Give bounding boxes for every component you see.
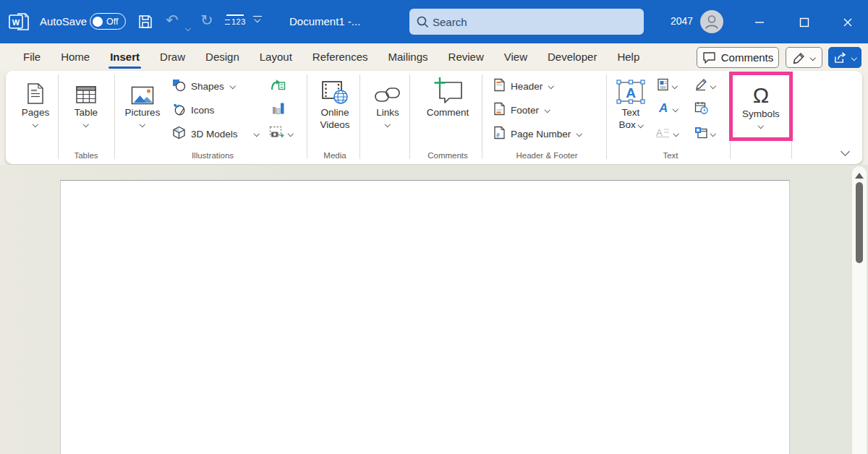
tab-layout[interactable]: Layout bbox=[250, 43, 302, 71]
minimize-icon bbox=[754, 17, 765, 28]
cube-icon bbox=[172, 126, 186, 142]
signature-line-button[interactable] bbox=[694, 78, 715, 94]
symbols-button[interactable]: Ω Symbols bbox=[742, 83, 780, 130]
ribbon-zone: Pages Table Tables bbox=[0, 71, 868, 165]
document-page[interactable] bbox=[60, 180, 790, 454]
quick-parts-button[interactable] bbox=[657, 78, 677, 94]
document-title[interactable]: Document1 -... bbox=[289, 15, 360, 27]
collapse-ribbon-button[interactable] bbox=[842, 145, 848, 158]
group-separator bbox=[606, 74, 607, 159]
icons-button[interactable]: Icons bbox=[172, 101, 214, 119]
drop-cap-button[interactable]: A bbox=[655, 126, 678, 142]
group-separator bbox=[114, 74, 115, 159]
tab-file[interactable]: File bbox=[13, 43, 51, 71]
share-icon bbox=[833, 51, 847, 64]
page-number-button[interactable]: # Page Number bbox=[493, 125, 582, 142]
links-button[interactable]: Links bbox=[365, 74, 410, 129]
autosave-toggle[interactable]: Off bbox=[90, 13, 126, 30]
close-button[interactable] bbox=[833, 16, 862, 29]
header-icon bbox=[493, 78, 506, 94]
customize-qat-button[interactable] bbox=[253, 16, 262, 22]
scrollbar-thumb[interactable] bbox=[856, 182, 863, 263]
ribbon-tab-bar: File Home Insert Draw Design Layout Refe… bbox=[0, 43, 868, 71]
avatar[interactable] bbox=[700, 10, 723, 36]
search-icon bbox=[416, 15, 429, 28]
group-label-comments: Comments bbox=[414, 151, 482, 160]
header-button[interactable]: Header bbox=[493, 77, 553, 95]
tab-references[interactable]: References bbox=[302, 43, 378, 71]
tab-review[interactable]: Review bbox=[438, 43, 494, 71]
pictures-button[interactable]: Pictures bbox=[120, 74, 165, 129]
minimize-button[interactable] bbox=[745, 16, 774, 29]
autosave-state: Off bbox=[106, 17, 118, 27]
shapes-button[interactable]: Shapes bbox=[172, 77, 234, 95]
tab-help[interactable]: Help bbox=[607, 43, 650, 71]
group-separator bbox=[359, 74, 360, 159]
search-input[interactable]: Search bbox=[409, 9, 644, 35]
drop-cap-icon: A bbox=[655, 127, 671, 141]
maximize-button[interactable] bbox=[790, 16, 819, 29]
scroll-up-arrow[interactable] bbox=[855, 173, 864, 179]
tab-developer[interactable]: Developer bbox=[537, 43, 607, 71]
date-time-button[interactable] bbox=[694, 101, 708, 117]
group-separator bbox=[307, 74, 307, 159]
word-app-icon[interactable]: W bbox=[9, 12, 30, 35]
tab-design[interactable]: Design bbox=[195, 43, 250, 71]
chevron-down-icon bbox=[851, 55, 857, 61]
group-media: Online Videos Media bbox=[311, 71, 359, 164]
chevron-down-icon bbox=[83, 121, 89, 127]
chevron-down-icon bbox=[576, 131, 582, 137]
footer-icon bbox=[493, 102, 506, 118]
text-box-button[interactable]: A Text Box bbox=[612, 74, 650, 131]
line-numbers-qat-button[interactable]: 123 bbox=[225, 14, 246, 26]
chevron-down-icon bbox=[638, 122, 644, 128]
screenshot-camera-icon bbox=[269, 126, 285, 142]
toggle-knob bbox=[93, 17, 103, 27]
table-icon bbox=[75, 74, 97, 106]
omega-icon: Ω bbox=[753, 83, 769, 108]
vertical-scrollbar[interactable] bbox=[852, 166, 867, 454]
chevron-down-icon bbox=[140, 121, 145, 127]
tab-view[interactable]: View bbox=[494, 43, 537, 71]
footer-button[interactable]: Footer bbox=[493, 101, 550, 119]
undo-dropdown-chevron-icon[interactable] bbox=[186, 20, 190, 33]
tab-mailings[interactable]: Mailings bbox=[378, 43, 438, 71]
comment-button[interactable]: Comment bbox=[414, 74, 482, 119]
maximize-icon bbox=[799, 17, 810, 28]
wordart-icon: A bbox=[657, 101, 670, 117]
wordart-button[interactable]: A bbox=[657, 101, 678, 117]
group-header-footer: Header Footer # Page Number Hea bbox=[488, 71, 606, 164]
group-text: A Text Box bbox=[610, 71, 731, 164]
group-separator bbox=[482, 74, 482, 159]
group-label-illustrations: Illustrations bbox=[119, 151, 307, 160]
chart-icon bbox=[271, 101, 285, 117]
table-button[interactable]: Table bbox=[64, 74, 109, 129]
comments-button[interactable]: Comments bbox=[697, 47, 779, 68]
chevron-down-icon bbox=[673, 131, 679, 137]
chevron-down-icon bbox=[253, 131, 259, 137]
chart-button[interactable] bbox=[271, 101, 285, 117]
symbols-highlight-box: Ω Symbols bbox=[729, 72, 793, 141]
chain-links-icon bbox=[374, 74, 401, 106]
autosave-label: AutoSave bbox=[40, 15, 87, 27]
smartart-button[interactable] bbox=[271, 78, 286, 94]
object-window-icon bbox=[694, 127, 707, 142]
online-videos-button[interactable]: Online Videos bbox=[311, 74, 359, 131]
share-button[interactable] bbox=[828, 47, 861, 68]
object-button[interactable] bbox=[694, 126, 715, 142]
save-button[interactable] bbox=[137, 14, 153, 33]
3d-models-button[interactable]: 3D Models bbox=[172, 125, 258, 142]
screenshot-button[interactable] bbox=[269, 126, 293, 142]
tab-home[interactable]: Home bbox=[51, 43, 100, 71]
page-number-icon: # bbox=[493, 126, 506, 142]
editing-mode-button[interactable] bbox=[786, 47, 822, 68]
pages-button[interactable]: Pages bbox=[13, 74, 58, 129]
tab-draw[interactable]: Draw bbox=[150, 43, 195, 71]
line-numbers-icon bbox=[226, 14, 244, 16]
ribbon-insert-panel: Pages Table Tables bbox=[6, 71, 862, 164]
document-canvas-area bbox=[0, 165, 868, 454]
redo-button[interactable]: ↻ bbox=[200, 12, 213, 27]
chevron-down-icon bbox=[673, 106, 678, 112]
tab-insert[interactable]: Insert bbox=[100, 43, 150, 71]
undo-button[interactable]: ↶ bbox=[166, 12, 179, 27]
